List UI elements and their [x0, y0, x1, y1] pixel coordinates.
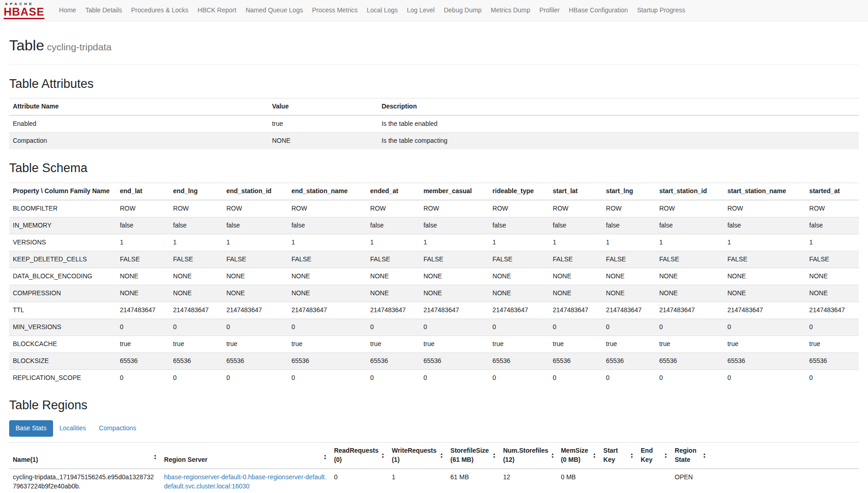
schema-family-end-station-id: end_station_id	[223, 183, 288, 200]
nav-item-local-logs: Local Logs	[362, 1, 403, 20]
schema-value-cell: NONE	[602, 285, 655, 302]
regions-column-inner: Num.Storefiles(12)	[503, 446, 553, 465]
nav-item-log-level: Log Level	[402, 1, 439, 20]
nav-link-hbck-report[interactable]: HBCK Report	[193, 1, 241, 20]
schema-value-cell: 0	[223, 369, 288, 386]
schema-value-cell: NONE	[549, 268, 602, 285]
schema-value-cell: 65536	[288, 352, 367, 369]
nav-link-process-metrics[interactable]: Process Metrics	[307, 1, 362, 20]
schema-value-cell: NONE	[724, 285, 806, 302]
sort-icon[interactable]	[551, 452, 554, 459]
nav-link-local-logs[interactable]: Local Logs	[362, 1, 403, 20]
schema-value-cell: NONE	[367, 268, 420, 285]
regions-column-region-server[interactable]: Region Server	[161, 443, 330, 469]
regions-column-inner: StorefileSize(61 MB)	[450, 446, 496, 465]
sort-icon[interactable]	[493, 452, 496, 459]
schema-value-cell: false	[549, 217, 602, 234]
attribute-name: Compaction	[9, 133, 268, 149]
tab-compactions[interactable]: Compactions	[92, 420, 143, 437]
tab-localities[interactable]: Localities	[53, 420, 92, 437]
regions-column-memsize-0-mb[interactable]: MemSize(0 MB)	[557, 443, 600, 469]
schema-value-cell: 0	[116, 369, 169, 386]
schema-value-cell: true	[288, 336, 367, 352]
regions-column-label: StorefileSize(61 MB)	[450, 446, 489, 465]
regions-table: Name(1)Region ServerReadRequests(0)Write…	[9, 442, 859, 493]
schema-value-cell: 0	[549, 319, 602, 336]
schema-row: BLOOMFILTERROWROWROWROWROWROWROWROWROWRO…	[9, 200, 859, 217]
schema-value-cell: false	[489, 217, 549, 234]
schema-value-cell: NONE	[806, 285, 859, 302]
schema-value-cell: false	[806, 217, 859, 234]
schema-row: REPLICATION_SCOPE000000000000	[9, 369, 859, 386]
regions-column-start-key[interactable]: StartKey	[600, 443, 637, 469]
sort-icon[interactable]	[630, 452, 633, 459]
sort-icon[interactable]	[664, 452, 668, 459]
nav-link-debug-dump[interactable]: Debug Dump	[439, 1, 486, 20]
nav-link-log-level[interactable]: Log Level	[402, 1, 439, 20]
tab-base-stats[interactable]: Base Stats	[9, 420, 53, 437]
schema-family-start-lng: start_lng	[602, 183, 655, 200]
nav-link-procedures-locks[interactable]: Procedures & Locks	[127, 1, 193, 20]
schema-value-cell: NONE	[420, 268, 489, 285]
schema-row: COMPRESSIONNONENONENONENONENONENONENONEN…	[9, 285, 859, 302]
nav-link-hbase-configuration[interactable]: HBase Configuration	[564, 1, 632, 20]
schema-value-cell: 2147483647	[223, 302, 288, 319]
schema-row: VERSIONS111111111111	[9, 234, 859, 251]
navbar: APACHE HBASE HomeTable DetailsProcedures…	[0, 0, 868, 22]
attributes-header-row: Attribute NameValueDescription	[9, 98, 859, 115]
regions-column-readrequests-0[interactable]: ReadRequests(0)	[330, 443, 388, 469]
regions-column-storefilesize-61-mb[interactable]: StorefileSize(61 MB)	[447, 443, 499, 469]
schema-value-cell: 0	[656, 319, 724, 336]
sort-icon[interactable]	[703, 452, 706, 459]
regions-column-label: RegionState	[675, 446, 696, 465]
sort-icon[interactable]	[381, 452, 384, 459]
schema-value-cell: 1	[724, 234, 806, 251]
page-title: Tablecycling-tripdata	[9, 35, 859, 56]
schema-value-cell: FALSE	[549, 251, 602, 268]
regions-column-label: StartKey	[604, 446, 618, 465]
nav-link-metrics-dump[interactable]: Metrics Dump	[486, 1, 534, 20]
schema-value-cell: NONE	[169, 285, 222, 302]
schema-row: MIN_VERSIONS000000000000	[9, 319, 859, 336]
schema-value-cell: 65536	[223, 352, 288, 369]
sort-icon[interactable]	[154, 454, 157, 460]
schema-value-cell: NONE	[549, 285, 602, 302]
regions-column-writerequests-1[interactable]: WriteRequests(1)	[388, 443, 447, 469]
regions-column-inner: ReadRequests(0)	[334, 446, 384, 465]
sort-icon[interactable]	[440, 452, 443, 459]
attribute-row: EnabledtrueIs the table enabled	[9, 115, 859, 132]
schema-value-cell: ROW	[724, 200, 806, 217]
nav-link-home[interactable]: Home	[54, 1, 81, 20]
nav-link-table-details[interactable]: Table Details	[81, 1, 126, 20]
schema-value-cell: ROW	[223, 200, 288, 217]
schema-family-start-lat: start_lat	[549, 183, 602, 200]
schema-value-cell: true	[549, 336, 602, 352]
schema-value-cell: FALSE	[656, 251, 724, 268]
schema-value-cell: true	[656, 336, 724, 352]
schema-value-cell: 0	[420, 319, 489, 336]
schema-property-name: COMPRESSION	[9, 285, 116, 302]
nav-item-process-metrics: Process Metrics	[307, 1, 362, 20]
region-server-link[interactable]: hbase-regionserver-default-0.hbase-regio…	[164, 473, 327, 490]
schema-value-cell: FALSE	[806, 251, 859, 268]
nav-link-startup-progress[interactable]: Startup Progress	[632, 1, 690, 20]
schema-property-name: IN_MEMORY	[9, 217, 116, 234]
schema-value-cell: 65536	[116, 352, 169, 369]
regions-column-num-storefiles-12[interactable]: Num.Storefiles(12)	[499, 443, 557, 469]
hbase-logo[interactable]: APACHE HBASE	[4, 2, 44, 19]
schema-value-cell: 0	[288, 319, 367, 336]
nav-link-named-queue-logs[interactable]: Named Queue Logs	[241, 1, 307, 20]
sort-icon[interactable]	[323, 454, 327, 460]
regions-column-name-1[interactable]: Name(1)	[9, 443, 161, 469]
sort-icon[interactable]	[593, 452, 596, 459]
schema-value-cell: true	[724, 336, 806, 352]
schema-row: DATA_BLOCK_ENCODINGNONENONENONENONENONEN…	[9, 268, 859, 285]
schema-value-cell: false	[656, 217, 724, 234]
schema-row: BLOCKSIZE6553665536655366553665536655366…	[9, 352, 859, 369]
regions-column-region-state[interactable]: RegionState	[671, 443, 859, 469]
nav-link-profiler[interactable]: Profiler	[535, 1, 564, 20]
regions-column-end-key[interactable]: EndKey	[637, 443, 671, 469]
schema-value-cell: 0	[367, 319, 420, 336]
schema-value-cell: 1	[169, 234, 222, 251]
schema-value-cell: 0	[489, 369, 549, 386]
